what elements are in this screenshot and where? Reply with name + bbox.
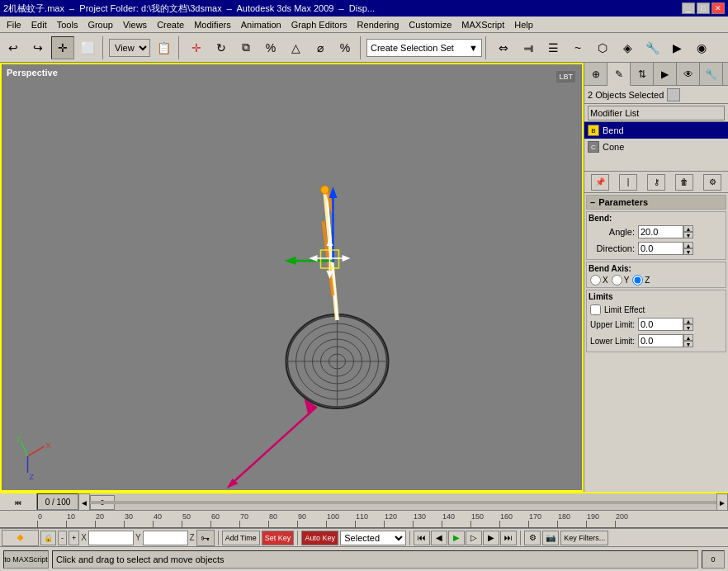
parameters-collapse-icon[interactable]: –: [590, 197, 595, 207]
create-selection-set-dropdown[interactable]: Create Selection Set ▼: [366, 39, 482, 57]
limit-effect-checkbox[interactable]: [590, 304, 601, 315]
menu-file[interactable]: File: [2, 18, 26, 31]
axis-x-option[interactable]: X: [590, 275, 608, 286]
key-minus-button[interactable]: -: [58, 531, 67, 545]
curve-editor-button[interactable]: ~: [566, 36, 589, 59]
angle-spin-down[interactable]: ▼: [683, 232, 693, 238]
menu-rendering[interactable]: Rendering: [352, 18, 404, 31]
timeline-prev-arrow[interactable]: ◄: [78, 493, 90, 512]
set-key-button[interactable]: Set Key: [262, 531, 295, 545]
display-tab[interactable]: 👁: [677, 63, 700, 86]
minimize-button[interactable]: _: [682, 2, 695, 14]
time-config-button[interactable]: ⚙: [524, 531, 541, 545]
configure-button[interactable]: ⚙: [703, 174, 721, 191]
select-region-button[interactable]: ⬜: [76, 36, 99, 59]
direction-spin-down[interactable]: ▼: [683, 248, 693, 255]
render-setup-button[interactable]: 🔧: [641, 36, 664, 59]
go-start-button[interactable]: ⏮: [414, 531, 430, 545]
timeline-next-arrow[interactable]: ►: [716, 493, 728, 512]
menu-tools[interactable]: Tools: [52, 18, 83, 31]
modifier-item-cone[interactable]: C Cone: [584, 139, 728, 155]
lower-limit-input[interactable]: [638, 334, 683, 347]
angle-spin-up[interactable]: ▲: [683, 225, 693, 232]
create-tab[interactable]: ⊕: [584, 63, 607, 86]
menu-create[interactable]: Create: [152, 18, 189, 31]
direction-input[interactable]: [638, 242, 683, 255]
pin-stack-button[interactable]: 📌: [591, 174, 609, 191]
axis-z-radio[interactable]: [632, 275, 643, 286]
lock-button[interactable]: 🔒: [40, 531, 56, 545]
menu-maxscript[interactable]: MAXScript: [456, 18, 509, 31]
frame-ruler: 0102030405060708090100110120130140150160…: [0, 510, 728, 528]
menu-animation[interactable]: Animation: [236, 18, 286, 31]
menu-edit[interactable]: Edit: [26, 18, 52, 31]
select-button[interactable]: ✛: [51, 36, 74, 59]
direction-spin-up[interactable]: ▲: [683, 242, 693, 248]
align-button[interactable]: ⫥: [517, 36, 540, 59]
y-coordinate-input[interactable]: [143, 531, 188, 545]
bottom-sep-3: [409, 531, 410, 545]
menu-help[interactable]: Help: [509, 18, 538, 31]
material-editor-button[interactable]: ◈: [616, 36, 639, 59]
utilities-tab[interactable]: 🔧: [700, 63, 723, 86]
mirror-button[interactable]: ⇔: [492, 36, 515, 59]
percent-snap-button[interactable]: %: [333, 36, 357, 59]
menu-graph-editors[interactable]: Graph Editors: [286, 18, 352, 31]
percent-button[interactable]: %: [259, 36, 282, 59]
active-shade-button[interactable]: ◉: [690, 36, 713, 59]
axis-z-option[interactable]: Z: [632, 275, 650, 286]
auto-key-button[interactable]: Auto Key: [301, 531, 338, 545]
key-plus-button[interactable]: +: [69, 531, 79, 545]
object-color-swatch[interactable]: [667, 88, 680, 101]
make-unique-button[interactable]: ⚷: [647, 174, 665, 191]
prev-frame-button[interactable]: ◀: [431, 531, 447, 545]
viewport-config-button[interactable]: 📷: [542, 531, 559, 545]
menu-customize[interactable]: Customize: [404, 18, 456, 31]
play-selected-button[interactable]: ▷: [466, 531, 482, 545]
selected-filter-dropdown[interactable]: Selected: [340, 531, 406, 545]
show-end-result-button[interactable]: |: [619, 174, 637, 191]
menu-views[interactable]: Views: [118, 18, 152, 31]
render-button[interactable]: ▶: [665, 36, 688, 59]
limits-title: Limits: [589, 292, 724, 301]
modifier-item-bend[interactable]: B Bend: [584, 122, 728, 139]
go-end-button[interactable]: ⏭: [500, 531, 517, 545]
maxscript-mini[interactable]: to MAXScript: [3, 550, 49, 569]
axis-x-radio[interactable]: [590, 275, 601, 286]
view-select-dropdown[interactable]: View: [109, 39, 150, 57]
axis-y-option[interactable]: Y: [612, 275, 630, 286]
upper-limit-spin-up[interactable]: ▲: [683, 318, 693, 324]
select-move-button[interactable]: ✛: [185, 36, 208, 59]
upper-limit-spin-down[interactable]: ▼: [683, 324, 693, 331]
scale-button[interactable]: ⧉: [234, 36, 258, 59]
key-filters-button[interactable]: Key Filters...: [560, 531, 608, 545]
snap-button[interactable]: △: [284, 36, 307, 59]
close-button[interactable]: ✕: [711, 2, 725, 14]
modifier-list-dropdown[interactable]: Modifier List: [588, 106, 725, 120]
menu-modifiers[interactable]: Modifiers: [189, 18, 236, 31]
menu-group[interactable]: Group: [83, 18, 118, 31]
rotate-button[interactable]: ↻: [210, 36, 233, 59]
timeline-slider[interactable]: 0: [90, 493, 716, 512]
upper-limit-input[interactable]: [638, 318, 683, 331]
x-coordinate-input[interactable]: [88, 531, 134, 545]
add-time-button[interactable]: Add Time: [222, 531, 260, 545]
lower-limit-spin-down[interactable]: ▼: [683, 341, 693, 347]
play-button[interactable]: ▶: [448, 531, 465, 545]
axis-y-radio[interactable]: [612, 275, 622, 286]
angle-input[interactable]: [638, 225, 683, 238]
remove-modifier-button[interactable]: 🗑: [675, 174, 693, 191]
next-frame-button[interactable]: ▶: [483, 531, 499, 545]
angle-snap-button[interactable]: ⌀: [309, 36, 332, 59]
undo-button[interactable]: ↩: [2, 36, 25, 59]
motion-tab[interactable]: ▶: [654, 63, 677, 86]
viewport[interactable]: X Y Z Perspective LBT: [0, 63, 584, 492]
layer-manager-button[interactable]: ☰: [541, 36, 565, 59]
redo-button[interactable]: ↪: [26, 36, 50, 59]
maximize-button[interactable]: □: [697, 2, 710, 14]
lower-limit-spin-up[interactable]: ▲: [683, 334, 693, 341]
named-selections-button[interactable]: 📋: [152, 36, 175, 59]
modify-tab active[interactable]: ✎: [607, 63, 631, 86]
hierarchy-tab[interactable]: ⇅: [631, 63, 654, 86]
schematic-button[interactable]: ⬡: [591, 36, 614, 59]
